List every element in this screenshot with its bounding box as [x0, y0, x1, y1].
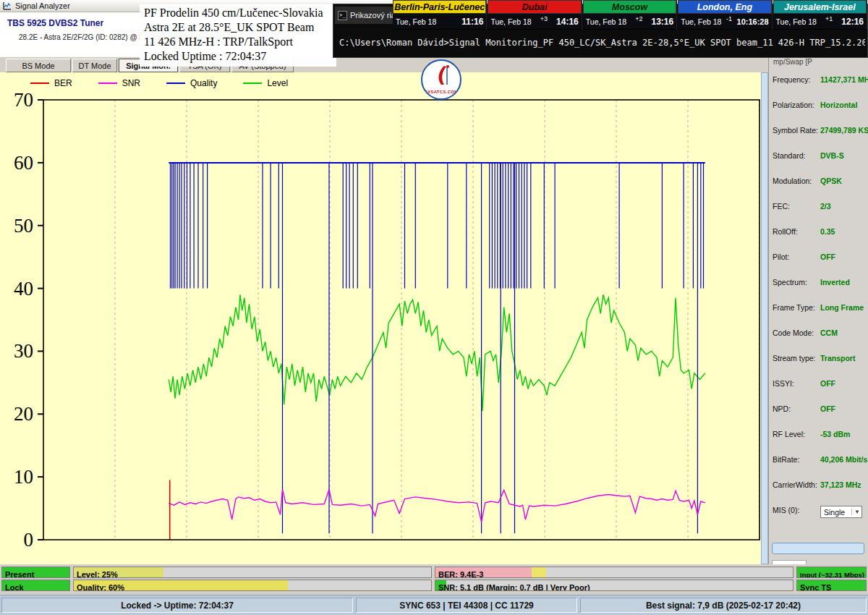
tuner-name: TBS 5925 DVBS2 Tuner — [7, 18, 103, 28]
bottom-cell-sync-counters: SYNC 653 | TEI 44308 | CC 11729 — [356, 598, 577, 613]
param-label: CarrierWidth: — [773, 480, 820, 489]
param-modulation: Modulation:QPSK — [773, 177, 867, 202]
clock-datetime: Tue, Feb 18+213:16 — [583, 14, 676, 29]
clock-berlin-paris-lu-enec: Berlin-Paris-LučenecTue, Feb 1811:16 — [393, 0, 487, 30]
clock-date: Tue, Feb 18 — [776, 17, 817, 26]
param-value: CCM — [820, 328, 838, 337]
param-value: 11427,371 MHz — [820, 75, 868, 84]
clock-city-label: Berlin-Paris-Lučenec — [393, 0, 486, 14]
param-label: Frame Type: — [773, 303, 820, 312]
param-value: Inverted — [820, 278, 850, 287]
status-bar-ber: BER: 9,4E-3 — [435, 567, 793, 578]
param-value: 40,206 Mbit/s — [820, 455, 867, 464]
param-stream-type: Stream type:Transport — [773, 354, 867, 379]
param-fec: FEC:2/3 — [773, 202, 867, 227]
param-issyi: ISSYI:OFF — [773, 379, 867, 404]
status-bar-lock: Lock — [1, 580, 70, 591]
param-value: Horizontal — [820, 101, 857, 109]
status-bar-text: Quality: 60% — [74, 583, 124, 591]
signal-chart: 010203040506070 — [0, 93, 761, 564]
clock-time: 14:16 — [556, 17, 579, 27]
status-bar-quality: Quality: 60% — [73, 580, 432, 591]
clock-datetime: Tue, Feb 18-110:16:28 — [678, 14, 771, 29]
param-mis-0: MIS (0):Single▼ — [773, 506, 867, 531]
clock-dubai: DubaiTue, Feb 18+314:16 — [488, 0, 582, 30]
param-npd: NPD:OFF — [773, 404, 867, 430]
status-bar-level: Level: 25% — [73, 567, 432, 578]
svg-text:30: 30 — [14, 340, 33, 362]
clock-utc-offset: +3 — [540, 15, 548, 22]
clock-moscow: MoscowTue, Feb 18+213:16 — [583, 0, 677, 30]
status-bar-sync-ts: Sync TS — [796, 580, 867, 591]
clock-city-label: Moscow — [583, 0, 676, 14]
bottom-status-bar: Locked -> Uptime: 72:04:37SYNC 653 | TEI… — [0, 595, 868, 615]
param-label: Modulation: — [773, 177, 820, 185]
parameters-panel: mp/Swap [P Frequency:11427,371 MHzPolari… — [768, 56, 868, 564]
annotation-line-4: Locked Uptime : 72:04:37 — [144, 49, 332, 64]
param-polarization: Polarization:Horizontal — [773, 101, 867, 126]
terminal-tab[interactable]: >_ Prikazový ria — [335, 7, 401, 24]
param-value: 2/3 — [820, 202, 831, 211]
bottom-cell-lock-uptime: Locked -> Uptime: 72:04:37 — [1, 598, 353, 613]
app-icon — [3, 1, 12, 10]
clock-time: 13:16 — [651, 17, 673, 27]
dxsatcs-logo: DXSATCS.COM — [421, 59, 461, 100]
legend-swatch — [166, 82, 185, 84]
legend-item-level: Level — [243, 78, 288, 88]
terminal-command-line[interactable]: C:\Users\Roman Dávid>Signal Monitoring_P… — [339, 38, 865, 48]
clock-city-label: Dubai — [488, 0, 581, 14]
legend-swatch — [98, 82, 117, 84]
param-label: NPD: — [773, 404, 820, 413]
annotation-line-1: PF Prodelin 450 cm/Lučenec-Slovakia — [144, 6, 332, 20]
bar-segment — [163, 567, 432, 577]
window-title: Signal Analyzer — [15, 1, 70, 10]
status-bar-text: Sync TS — [797, 583, 831, 591]
svg-text:40: 40 — [14, 278, 33, 300]
clock-time: 11:16 — [461, 17, 483, 27]
annotation-line-2: Astra 2E at 28.5°E_UK SPOT Beam — [144, 20, 332, 35]
mis-dropdown[interactable]: Single▼ — [820, 506, 862, 518]
param-value: 0.35 — [820, 227, 835, 236]
param-label: Code Mode: — [773, 328, 820, 337]
param-value: OFF — [820, 253, 835, 261]
tab-bs-mode[interactable]: BS Mode — [6, 59, 71, 72]
param-value: OFF — [820, 404, 835, 413]
status-bar-present: Present — [1, 567, 70, 578]
param-bitrate: BitRate:40,206 Mbit/s — [773, 455, 867, 480]
legend-label: BER — [54, 78, 72, 88]
bottom-cell-best-signal: Best signal: 7,9 dB (2025-02-17 20:42) — [580, 598, 867, 613]
annotation-line-3: 11 426 MHz-H : TRP/TalkSport — [144, 35, 332, 49]
param-code-mode: Code Mode:CCM — [773, 328, 867, 354]
svg-text:50: 50 — [14, 215, 33, 237]
param-label: FEC: — [773, 202, 820, 211]
bar-segment — [288, 580, 431, 590]
param-value: OFF — [820, 379, 835, 388]
mis-dropdown-value: Single — [824, 508, 845, 517]
param-pilot: Pilot:OFF — [773, 253, 867, 278]
status-bar-snr: SNR: 5,1 dB (Margin: 0,7 dB | Very Poor) — [435, 580, 793, 591]
status-bar-input: Input (~32,31 Mbps) — [796, 567, 867, 578]
param-label: Stream type: — [773, 354, 820, 362]
panel-partial-label: mp/Swap [P — [773, 58, 812, 68]
logo-text: DXSATCS.COM — [424, 90, 458, 94]
param-frame-type: Frame Type:Long Frame — [773, 303, 867, 328]
chart-vertical-scrollbar[interactable] — [761, 72, 768, 564]
param-carrierwidth: CarrierWidth:37,123 MHz — [773, 480, 867, 506]
clock-utc-offset: +1 — [825, 15, 833, 22]
status-bar-text: BER: 9,4E-3 — [435, 570, 483, 578]
param-value: QPSK — [820, 177, 842, 185]
param-label: ISSYI: — [773, 379, 820, 388]
param-value: -53 dBm — [820, 430, 850, 438]
param-label: MIS (0): — [773, 506, 820, 514]
legend-item-snr: SNR — [98, 78, 140, 88]
panel-scrollbar[interactable] — [772, 543, 864, 554]
legend-swatch — [30, 82, 49, 84]
clock-time: 12:16 — [841, 17, 864, 27]
legend-label: SNR — [122, 78, 140, 88]
clock-city-label: London, Eng — [678, 0, 771, 14]
param-value: Long Frame — [820, 303, 864, 312]
legend-label: Quality — [190, 78, 217, 88]
bar-segment — [532, 567, 546, 577]
tab-dt-mode[interactable]: DT Mode — [72, 59, 117, 72]
terminal-prompt: C:\Users\Roman Dávid> — [339, 38, 449, 48]
